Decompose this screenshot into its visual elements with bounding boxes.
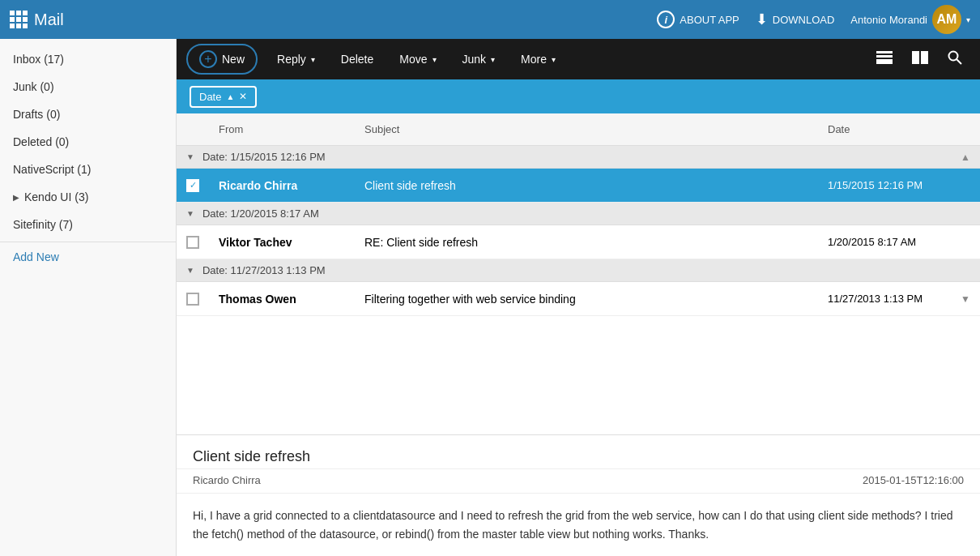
email-date-3: 11/27/2013 1:13 PM▼: [818, 286, 980, 311]
about-app-button[interactable]: i ABOUT APP: [657, 11, 739, 28]
move-label: Move: [399, 53, 427, 66]
email-date-2: 1/20/2015 8:17 AM: [818, 229, 980, 254]
preview-pane: Client side refresh Ricardo Chirra 2015-…: [177, 434, 980, 556]
download-label: DOWNLOAD: [773, 14, 835, 26]
email-date-1: 1/15/2015 12:16 PM: [818, 173, 980, 198]
grid-icon: [10, 11, 28, 28]
split-icon: [912, 51, 928, 64]
list-icon: [876, 51, 893, 64]
reply-button[interactable]: Reply ▾: [264, 46, 328, 72]
close-filter-icon[interactable]: ✕: [239, 91, 247, 102]
add-new-label: Add New: [13, 250, 59, 263]
reply-label: Reply: [277, 53, 306, 66]
new-button[interactable]: + New: [186, 44, 258, 75]
add-new-button[interactable]: Add New: [0, 246, 176, 271]
collapse-icon-3: ▼: [186, 266, 194, 275]
main-layout: Inbox (17) Junk (0) Drafts (0) Deleted (…: [0, 39, 980, 556]
collapse-icon-2: ▼: [186, 209, 194, 218]
sidebar-item-junk[interactable]: Junk (0): [0, 73, 176, 101]
junk-button[interactable]: Junk ▾: [450, 46, 509, 72]
top-bar: Mail i ABOUT APP ⬇ DOWNLOAD Antonio Mora…: [0, 0, 980, 39]
chevron-down-icon: ▾: [966, 15, 970, 24]
sidebar-kendo-label: Kendo UI (3): [24, 190, 88, 203]
date-filter-tag[interactable]: Date ▲ ✕: [190, 86, 257, 108]
table-header: From Subject Date: [177, 113, 980, 146]
header-date: Date: [818, 120, 980, 139]
email-row-1[interactable]: ✓ Ricardo Chirra Client side refresh 1/1…: [177, 169, 980, 203]
sidebar-item-drafts[interactable]: Drafts (0): [0, 101, 176, 128]
preview-body: Hi, I have a grid connected to a clientd…: [177, 494, 980, 556]
email-row-2[interactable]: Viktor Tachev RE: Client side refresh 1/…: [177, 225, 980, 259]
preview-title: Client side refresh: [193, 448, 310, 465]
email-checkbox-3[interactable]: [186, 293, 199, 306]
delete-label: Delete: [341, 53, 373, 66]
svg-line-7: [957, 59, 961, 64]
sidebar: Inbox (17) Junk (0) Drafts (0) Deleted (…: [0, 39, 177, 556]
sidebar-inbox-label: Inbox (17): [13, 53, 64, 66]
svg-rect-5: [921, 51, 928, 64]
expand-icon: ▶: [13, 193, 19, 202]
svg-rect-1: [876, 55, 893, 58]
email-list: From Subject Date ▼ Date: 1/15/2015 12:1…: [177, 113, 980, 434]
header-checkbox-col: [177, 120, 209, 139]
avatar: AM: [932, 5, 961, 34]
list-view-button[interactable]: [868, 45, 901, 74]
app-logo: Mail: [10, 11, 64, 29]
sidebar-item-inbox[interactable]: Inbox (17): [0, 45, 176, 73]
email-row-3[interactable]: Thomas Owen Filtering together with web …: [177, 282, 980, 316]
preview-date: 2015-01-15T12:16:00: [863, 474, 964, 486]
checkbox-cell-1: ✓: [177, 179, 209, 192]
scroll-up-icon-1: ▲: [961, 152, 970, 163]
date-group-label-1: Date: 1/15/2015 12:16 PM: [202, 151, 326, 163]
checkbox-cell-3: [177, 293, 209, 306]
new-label: New: [222, 53, 245, 66]
search-button[interactable]: [940, 44, 970, 75]
check-mark-1: ✓: [190, 180, 197, 190]
date-group-label-2: Date: 1/20/2015 8:17 AM: [202, 207, 319, 220]
info-icon: i: [657, 11, 675, 28]
svg-rect-4: [912, 51, 919, 64]
move-button[interactable]: Move ▾: [386, 46, 449, 72]
toolbar: + New Reply ▾ Delete Move ▾ Junk ▾ More …: [177, 39, 980, 79]
app-title: Mail: [34, 11, 64, 29]
about-app-label: ABOUT APP: [680, 14, 739, 26]
header-from: From: [209, 120, 355, 139]
preview-from: Ricardo Chirra: [193, 474, 261, 486]
search-icon: [948, 50, 962, 65]
main-content: + New Reply ▾ Delete Move ▾ Junk ▾ More …: [177, 39, 980, 556]
scroll-down-icon: ▼: [961, 293, 970, 305]
toolbar-right: [868, 44, 970, 75]
split-view-button[interactable]: [904, 45, 936, 74]
user-profile[interactable]: Antonio Morandi AM ▾: [850, 5, 970, 34]
date-group-label-3: Date: 11/27/2013 1:13 PM: [202, 264, 326, 276]
username-label: Antonio Morandi: [850, 14, 927, 26]
download-button[interactable]: ⬇ DOWNLOAD: [756, 11, 835, 28]
sidebar-nativescript-label: NativeScript (1): [13, 163, 91, 176]
sidebar-item-deleted[interactable]: Deleted (0): [0, 128, 176, 156]
sidebar-junk-label: Junk (0): [13, 80, 54, 93]
email-sender-3: Thomas Owen: [209, 286, 355, 312]
email-subject-1: Client side refresh: [355, 173, 818, 199]
email-sender-2: Viktor Tachev: [209, 229, 355, 255]
preview-header: Client side refresh: [177, 435, 980, 469]
date-group-header-1[interactable]: ▼ Date: 1/15/2015 12:16 PM ▲: [177, 146, 980, 169]
svg-rect-3: [876, 62, 893, 64]
delete-button[interactable]: Delete: [328, 46, 386, 72]
email-subject-2: RE: Client side refresh: [355, 229, 818, 255]
sidebar-item-nativescript[interactable]: NativeScript (1): [0, 156, 176, 183]
email-checkbox-2[interactable]: [186, 236, 199, 249]
sidebar-divider: [0, 242, 176, 242]
svg-point-6: [949, 52, 958, 61]
sidebar-sitefinity-label: Sitefinity (7): [13, 218, 73, 231]
date-group-header-3[interactable]: ▼ Date: 11/27/2013 1:13 PM: [177, 259, 980, 282]
more-label: More: [521, 53, 547, 66]
sidebar-item-sitefinity[interactable]: Sitefinity (7): [0, 211, 176, 238]
date-group-header-2[interactable]: ▼ Date: 1/20/2015 8:17 AM: [177, 203, 980, 225]
more-button[interactable]: More ▾: [508, 46, 569, 72]
date-filter-label: Date: [199, 91, 221, 103]
plus-icon: +: [199, 50, 217, 68]
email-checkbox-1[interactable]: ✓: [186, 179, 199, 192]
checkbox-cell-2: [177, 236, 209, 249]
sidebar-item-kendo[interactable]: ▶ Kendo UI (3): [0, 183, 176, 211]
preview-meta: Ricardo Chirra 2015-01-15T12:16:00: [177, 469, 980, 494]
